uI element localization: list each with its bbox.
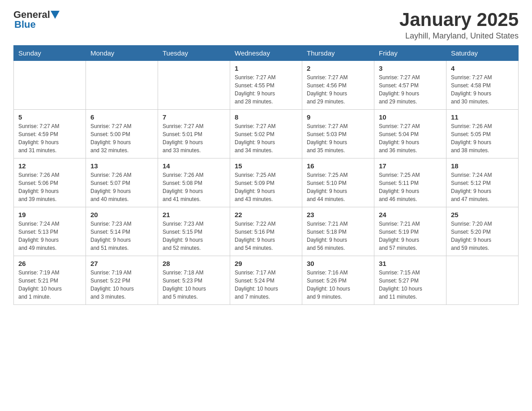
- logo: General Blue: [13, 9, 60, 30]
- day-number: 30: [307, 260, 369, 267]
- day-number: 12: [18, 162, 81, 170]
- calendar-cell: [158, 61, 230, 110]
- day-number: 21: [163, 211, 225, 218]
- page-title: January 2025: [399, 9, 519, 30]
- calendar-cell: 24Sunrise: 7:21 AM Sunset: 5:19 PM Dayli…: [374, 207, 446, 256]
- day-number: 16: [307, 162, 369, 170]
- calendar-cell: 5Sunrise: 7:27 AM Sunset: 4:59 PM Daylig…: [14, 110, 86, 158]
- calendar-cell: 15Sunrise: 7:25 AM Sunset: 5:09 PM Dayli…: [230, 158, 302, 207]
- day-number: 13: [90, 162, 153, 170]
- day-number: 24: [379, 211, 442, 218]
- day-number: 8: [235, 113, 297, 121]
- day-info: Sunrise: 7:26 AM Sunset: 5:05 PM Dayligh…: [451, 122, 514, 154]
- weekday-header-wednesday: Wednesday: [230, 46, 302, 61]
- day-info: Sunrise: 7:16 AM Sunset: 5:26 PM Dayligh…: [307, 269, 369, 301]
- calendar-cell: 19Sunrise: 7:24 AM Sunset: 5:13 PM Dayli…: [14, 207, 86, 256]
- day-info: Sunrise: 7:27 AM Sunset: 5:03 PM Dayligh…: [307, 122, 369, 154]
- calendar-cell: 7Sunrise: 7:27 AM Sunset: 5:01 PM Daylig…: [158, 110, 230, 158]
- day-info: Sunrise: 7:27 AM Sunset: 5:01 PM Dayligh…: [163, 122, 225, 154]
- day-info: Sunrise: 7:22 AM Sunset: 5:16 PM Dayligh…: [235, 220, 297, 252]
- day-number: 20: [90, 211, 153, 218]
- week-row-1: 5Sunrise: 7:27 AM Sunset: 4:59 PM Daylig…: [14, 110, 519, 158]
- calendar-cell: 14Sunrise: 7:26 AM Sunset: 5:08 PM Dayli…: [158, 158, 230, 207]
- day-number: 3: [379, 64, 442, 72]
- calendar-cell: 12Sunrise: 7:26 AM Sunset: 5:06 PM Dayli…: [14, 158, 86, 207]
- day-info: Sunrise: 7:27 AM Sunset: 5:02 PM Dayligh…: [235, 122, 297, 154]
- day-number: 28: [163, 260, 225, 267]
- subtitle: Layhill, Maryland, United States: [399, 31, 519, 41]
- calendar-cell: 10Sunrise: 7:27 AM Sunset: 5:04 PM Dayli…: [374, 110, 446, 158]
- day-info: Sunrise: 7:23 AM Sunset: 5:15 PM Dayligh…: [163, 220, 225, 252]
- calendar-cell: 8Sunrise: 7:27 AM Sunset: 5:02 PM Daylig…: [230, 110, 302, 158]
- day-info: Sunrise: 7:25 AM Sunset: 5:09 PM Dayligh…: [235, 171, 297, 203]
- week-row-3: 19Sunrise: 7:24 AM Sunset: 5:13 PM Dayli…: [14, 207, 519, 256]
- calendar-cell: 13Sunrise: 7:26 AM Sunset: 5:07 PM Dayli…: [86, 158, 158, 207]
- day-info: Sunrise: 7:19 AM Sunset: 5:22 PM Dayligh…: [90, 269, 153, 301]
- calendar-cell: 1Sunrise: 7:27 AM Sunset: 4:55 PM Daylig…: [230, 61, 302, 110]
- calendar-cell: 23Sunrise: 7:21 AM Sunset: 5:18 PM Dayli…: [302, 207, 374, 256]
- day-info: Sunrise: 7:25 AM Sunset: 5:11 PM Dayligh…: [379, 171, 442, 203]
- day-info: Sunrise: 7:24 AM Sunset: 5:12 PM Dayligh…: [451, 171, 514, 203]
- calendar-cell: 27Sunrise: 7:19 AM Sunset: 5:22 PM Dayli…: [86, 256, 158, 305]
- day-info: Sunrise: 7:19 AM Sunset: 5:21 PM Dayligh…: [18, 269, 81, 301]
- day-info: Sunrise: 7:27 AM Sunset: 4:55 PM Dayligh…: [235, 73, 297, 106]
- calendar-cell: 28Sunrise: 7:18 AM Sunset: 5:23 PM Dayli…: [158, 256, 230, 305]
- calendar-table: SundayMondayTuesdayWednesdayThursdayFrid…: [13, 45, 519, 305]
- day-number: 11: [451, 113, 514, 121]
- calendar-cell: 31Sunrise: 7:15 AM Sunset: 5:27 PM Dayli…: [374, 256, 446, 305]
- day-number: 2: [307, 64, 369, 72]
- weekday-header-row: SundayMondayTuesdayWednesdayThursdayFrid…: [14, 46, 519, 61]
- day-info: Sunrise: 7:18 AM Sunset: 5:23 PM Dayligh…: [163, 269, 225, 301]
- day-number: 29: [235, 260, 297, 267]
- weekday-header-thursday: Thursday: [302, 46, 374, 61]
- day-info: Sunrise: 7:23 AM Sunset: 5:14 PM Dayligh…: [90, 220, 153, 252]
- calendar-cell: [86, 61, 158, 110]
- week-row-4: 26Sunrise: 7:19 AM Sunset: 5:21 PM Dayli…: [14, 256, 519, 305]
- calendar-cell: 4Sunrise: 7:27 AM Sunset: 4:58 PM Daylig…: [446, 61, 519, 110]
- day-info: Sunrise: 7:25 AM Sunset: 5:10 PM Dayligh…: [307, 171, 369, 203]
- day-info: Sunrise: 7:27 AM Sunset: 4:57 PM Dayligh…: [379, 73, 442, 106]
- day-number: 4: [451, 64, 514, 72]
- calendar-cell: 30Sunrise: 7:16 AM Sunset: 5:26 PM Dayli…: [302, 256, 374, 305]
- day-info: Sunrise: 7:26 AM Sunset: 5:07 PM Dayligh…: [90, 171, 153, 203]
- calendar-cell: 18Sunrise: 7:24 AM Sunset: 5:12 PM Dayli…: [446, 158, 519, 207]
- logo-blue-text: Blue: [14, 19, 36, 30]
- day-number: 14: [163, 162, 225, 170]
- calendar-cell: [14, 61, 86, 110]
- calendar-cell: 20Sunrise: 7:23 AM Sunset: 5:14 PM Dayli…: [86, 207, 158, 256]
- day-info: Sunrise: 7:27 AM Sunset: 5:04 PM Dayligh…: [379, 122, 442, 154]
- day-number: 7: [163, 113, 225, 121]
- weekday-header-sunday: Sunday: [14, 46, 86, 61]
- calendar-cell: 29Sunrise: 7:17 AM Sunset: 5:24 PM Dayli…: [230, 256, 302, 305]
- day-info: Sunrise: 7:17 AM Sunset: 5:24 PM Dayligh…: [235, 269, 297, 301]
- day-number: 25: [451, 211, 514, 218]
- day-number: 5: [18, 113, 81, 121]
- weekday-header-tuesday: Tuesday: [158, 46, 230, 61]
- day-number: 1: [235, 64, 297, 72]
- week-row-0: 1Sunrise: 7:27 AM Sunset: 4:55 PM Daylig…: [14, 61, 519, 110]
- day-info: Sunrise: 7:15 AM Sunset: 5:27 PM Dayligh…: [379, 269, 442, 301]
- calendar-cell: [446, 256, 519, 305]
- day-info: Sunrise: 7:27 AM Sunset: 4:59 PM Dayligh…: [18, 122, 81, 154]
- day-number: 23: [307, 211, 369, 218]
- day-number: 22: [235, 211, 297, 218]
- logo-triangle-icon: [51, 11, 60, 19]
- calendar-cell: 9Sunrise: 7:27 AM Sunset: 5:03 PM Daylig…: [302, 110, 374, 158]
- weekday-header-friday: Friday: [374, 46, 446, 61]
- day-info: Sunrise: 7:21 AM Sunset: 5:18 PM Dayligh…: [307, 220, 369, 252]
- calendar-cell: 16Sunrise: 7:25 AM Sunset: 5:10 PM Dayli…: [302, 158, 374, 207]
- day-info: Sunrise: 7:27 AM Sunset: 4:56 PM Dayligh…: [307, 73, 369, 106]
- day-info: Sunrise: 7:27 AM Sunset: 5:00 PM Dayligh…: [90, 122, 153, 154]
- calendar-cell: 26Sunrise: 7:19 AM Sunset: 5:21 PM Dayli…: [14, 256, 86, 305]
- calendar-cell: 21Sunrise: 7:23 AM Sunset: 5:15 PM Dayli…: [158, 207, 230, 256]
- calendar-cell: 11Sunrise: 7:26 AM Sunset: 5:05 PM Dayli…: [446, 110, 519, 158]
- calendar-cell: 6Sunrise: 7:27 AM Sunset: 5:00 PM Daylig…: [86, 110, 158, 158]
- calendar-cell: 3Sunrise: 7:27 AM Sunset: 4:57 PM Daylig…: [374, 61, 446, 110]
- day-number: 15: [235, 162, 297, 170]
- title-area: January 2025 Layhill, Maryland, United S…: [399, 9, 519, 41]
- day-info: Sunrise: 7:20 AM Sunset: 5:20 PM Dayligh…: [451, 220, 514, 252]
- day-info: Sunrise: 7:21 AM Sunset: 5:19 PM Dayligh…: [379, 220, 442, 252]
- calendar-cell: 22Sunrise: 7:22 AM Sunset: 5:16 PM Dayli…: [230, 207, 302, 256]
- calendar-cell: 2Sunrise: 7:27 AM Sunset: 4:56 PM Daylig…: [302, 61, 374, 110]
- day-number: 31: [379, 260, 442, 267]
